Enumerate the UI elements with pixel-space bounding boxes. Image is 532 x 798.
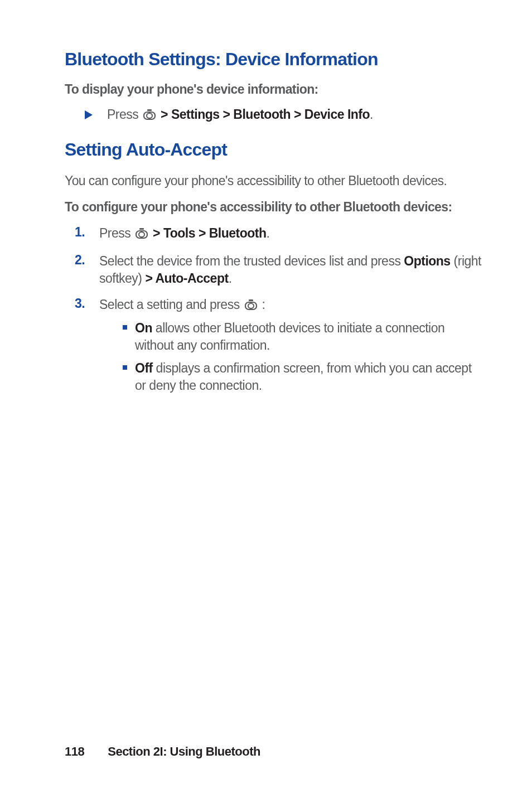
off-label: Off <box>135 361 153 375</box>
step-2: 2. Select the device from the trusted de… <box>75 253 485 287</box>
step-text: Select the device from the trusted devic… <box>99 254 404 268</box>
bullet-on: On allows other Bluetooth devices to ini… <box>123 320 485 354</box>
nav-path: > Tools > Bluetooth <box>149 226 266 240</box>
page-footer: 118Section 2I: Using Bluetooth <box>65 744 260 759</box>
square-bullet-icon <box>123 365 127 370</box>
bullet-list: On allows other Bluetooth devices to ini… <box>123 320 485 394</box>
section-title: Section 2I: Using Bluetooth <box>108 744 260 758</box>
press-label: Press <box>107 107 142 122</box>
instruction-text: Press > Settings > Bluetooth > Device In… <box>107 107 373 124</box>
period: . <box>370 107 373 122</box>
svg-point-8 <box>248 303 254 308</box>
bullet-text: On allows other Bluetooth devices to ini… <box>135 320 485 354</box>
step-body: Select a setting and press : On allows o… <box>99 296 485 400</box>
press-label: Press <box>99 226 134 240</box>
svg-rect-6 <box>249 299 253 301</box>
on-description: allows other Bluetooth devices to initia… <box>135 321 444 352</box>
steps-list: 1. Press > Tools > Bluetooth. 2. Select … <box>75 225 485 400</box>
bullet-text: Off displays a confirmation screen, from… <box>135 360 485 394</box>
intro-text: You can configure your phone's accessibi… <box>65 172 485 190</box>
svg-rect-0 <box>147 109 152 111</box>
step-number: 1. <box>75 225 99 240</box>
subheading-display-info: To display your phone's device informati… <box>65 82 485 97</box>
nav-path: > Settings > Bluetooth > Device Info <box>157 107 370 122</box>
svg-point-5 <box>139 232 144 237</box>
step-number: 2. <box>75 253 99 268</box>
subheading-configure: To configure your phone's accessibility … <box>65 200 485 215</box>
heading-device-info: Bluetooth Settings: Device Information <box>65 49 485 70</box>
options-label: Options <box>404 254 450 268</box>
bullet-off: Off displays a confirmation screen, from… <box>123 360 485 394</box>
auto-accept-label: > Auto-Accept <box>145 271 228 286</box>
page-number: 118 <box>65 744 84 758</box>
heading-auto-accept: Setting Auto-Accept <box>65 139 485 160</box>
instruction-line: Press > Settings > Bluetooth > Device In… <box>85 107 485 124</box>
svg-point-2 <box>147 113 152 118</box>
period: . <box>267 226 270 240</box>
square-bullet-icon <box>123 325 127 330</box>
off-description: displays a confirmation screen, from whi… <box>135 361 472 393</box>
colon: : <box>259 297 265 312</box>
play-arrow-icon <box>85 110 93 119</box>
svg-rect-3 <box>139 228 144 230</box>
period: . <box>229 271 232 286</box>
step-3: 3. Select a setting and press : On allow… <box>75 296 485 400</box>
step-body: Select the device from the trusted devic… <box>99 253 485 287</box>
step-body: Press > Tools > Bluetooth. <box>99 225 269 244</box>
nav-key-icon <box>136 226 148 244</box>
step-number: 3. <box>75 296 99 311</box>
on-label: On <box>135 321 152 335</box>
nav-key-icon <box>143 109 156 124</box>
nav-key-icon <box>245 298 257 315</box>
step-1: 1. Press > Tools > Bluetooth. <box>75 225 485 244</box>
step-text: Select a setting and press <box>99 297 243 312</box>
